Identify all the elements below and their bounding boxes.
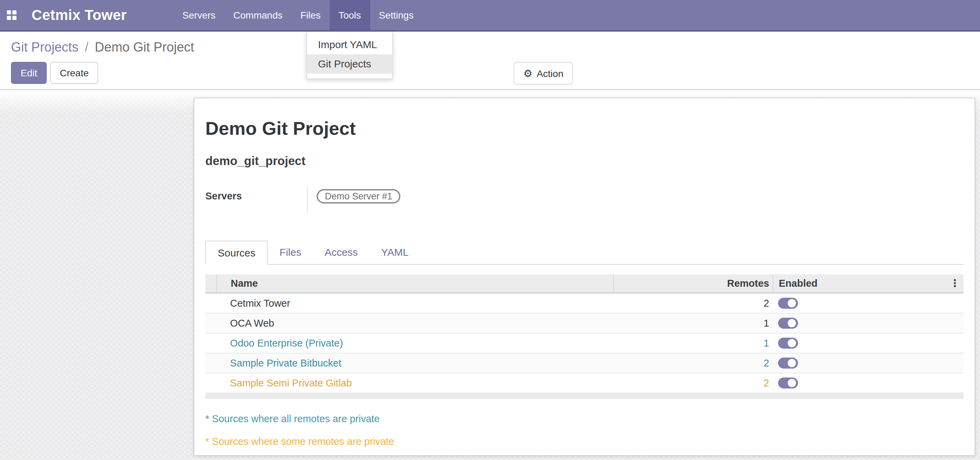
sources-table: Name Remotes Enabled ⋮ Cetmix Tower 2	[205, 274, 964, 398]
source-name[interactable]: Cetmix Tower	[216, 297, 613, 308]
servers-field-label: Servers	[205, 187, 307, 212]
table-scrollbar-track[interactable]	[205, 393, 964, 398]
apps-menu-button[interactable]	[0, 0, 23, 30]
brand-title[interactable]: Cetmix Tower	[23, 0, 134, 30]
header-cell-enabled-label: Enabled	[779, 278, 818, 288]
enabled-cell	[773, 337, 964, 348]
record-title: Demo Git Project	[205, 119, 964, 139]
action-button-label: Action	[537, 69, 563, 78]
menu-item-tools[interactable]: Tools	[329, 0, 370, 30]
remotes-count: 1	[613, 337, 773, 348]
enabled-cell	[773, 377, 964, 388]
apps-grid-icon	[7, 10, 16, 20]
dropdown-item-git-projects[interactable]: Git Projects	[307, 54, 392, 73]
source-name[interactable]: Sample Semi Private Gitlab	[216, 377, 613, 388]
menu-item-files[interactable]: Files	[291, 0, 329, 30]
breadcrumb-current: Demo Git Project	[95, 40, 194, 54]
menu-item-commands[interactable]: Commands	[224, 0, 291, 30]
tab-access[interactable]: Access	[313, 240, 369, 264]
legend-footnotes: * Sources where all remotes are private …	[205, 413, 964, 447]
breadcrumb-parent-link[interactable]: Git Projects	[11, 40, 78, 54]
remotes-count: 1	[613, 317, 773, 328]
header-cell-enabled[interactable]: Enabled ⋮	[773, 274, 964, 292]
enabled-toggle[interactable]	[778, 317, 798, 328]
breadcrumb-separator: /	[82, 40, 91, 54]
enabled-cell	[773, 317, 964, 328]
notebook-tabs: Sources Files Access YAML	[205, 240, 964, 264]
tab-sources[interactable]: Sources	[205, 240, 268, 264]
edit-button[interactable]: Edit	[11, 62, 47, 84]
footnote-all-private: * Sources where all remotes are private	[205, 413, 964, 424]
remotes-count: 2	[613, 297, 773, 308]
breadcrumb: Git Projects / Demo Git Project	[11, 40, 194, 55]
top-navbar: Cetmix Tower Servers Commands Files Tool…	[0, 0, 980, 32]
gear-icon: ⚙	[523, 68, 533, 78]
record-buttons: Edit Create	[11, 62, 98, 84]
sources-table-header: Name Remotes Enabled ⋮	[205, 274, 964, 293]
kebab-vertical-icon[interactable]: ⋮	[950, 274, 960, 292]
table-row[interactable]: Sample Semi Private Gitlab 2	[205, 373, 964, 393]
table-row[interactable]: Odoo Enterprise (Private) 1	[205, 333, 964, 353]
enabled-toggle[interactable]	[778, 377, 798, 388]
content-area: Demo Git Project demo_git_project Server…	[0, 90, 980, 460]
table-row[interactable]: Sample Private Bitbucket 2	[205, 353, 964, 373]
footnote-some-private: * Sources where some remotes are private	[205, 436, 964, 447]
create-button[interactable]: Create	[50, 62, 98, 84]
source-name[interactable]: Odoo Enterprise (Private)	[216, 337, 613, 348]
menu-item-settings[interactable]: Settings	[370, 0, 422, 30]
source-name[interactable]: Sample Private Bitbucket	[216, 357, 613, 368]
enabled-cell	[773, 297, 964, 308]
remotes-count: 2	[613, 377, 773, 388]
servers-field-row: Servers Demo Server #1	[205, 187, 964, 212]
dropdown-item-import-yaml[interactable]: Import YAML	[307, 35, 392, 54]
table-row[interactable]: OCA Web 1	[205, 313, 964, 333]
servers-field-value: Demo Server #1	[307, 187, 401, 212]
server-tag[interactable]: Demo Server #1	[317, 189, 401, 203]
header-cell-remotes[interactable]: Remotes	[613, 274, 773, 292]
tab-yaml[interactable]: YAML	[369, 240, 420, 264]
enabled-toggle[interactable]	[778, 337, 798, 348]
table-row[interactable]: Cetmix Tower 2	[205, 293, 964, 313]
header-cell-name[interactable]: Name	[216, 274, 613, 292]
menu-item-servers[interactable]: Servers	[173, 0, 224, 30]
tools-dropdown-menu: Import YAML Git Projects	[306, 32, 393, 79]
remotes-count: 2	[613, 357, 773, 368]
record-reference: demo_git_project	[205, 154, 964, 168]
enabled-cell	[773, 357, 964, 368]
app-root: Cetmix Tower Servers Commands Files Tool…	[0, 0, 980, 460]
tab-files[interactable]: Files	[268, 240, 313, 264]
main-menu: Servers Commands Files Tools Settings	[173, 0, 422, 30]
control-panel: Git Projects / Demo Git Project Edit Cre…	[0, 32, 980, 90]
action-button[interactable]: ⚙ Action	[514, 62, 573, 85]
enabled-toggle[interactable]	[778, 297, 798, 308]
enabled-toggle[interactable]	[778, 357, 798, 368]
form-card: Demo Git Project demo_git_project Server…	[194, 97, 975, 456]
source-name[interactable]: OCA Web	[216, 317, 613, 328]
